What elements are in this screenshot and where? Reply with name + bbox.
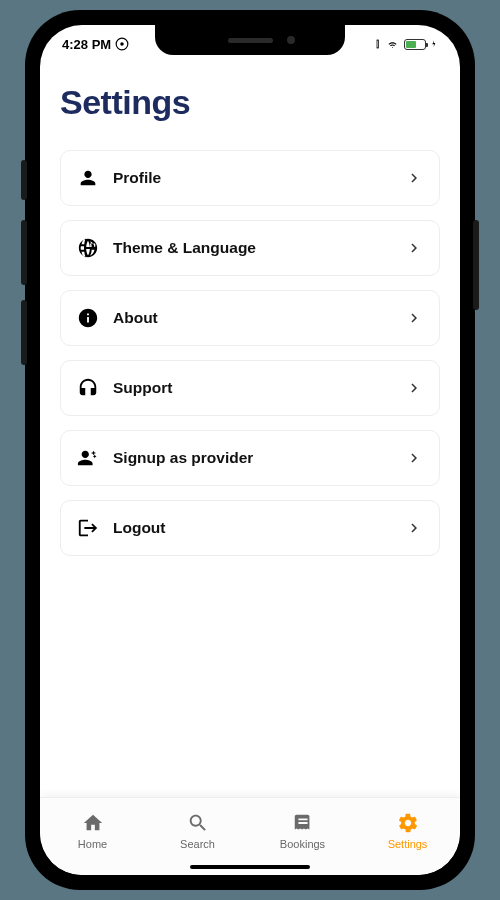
battery-icon bbox=[404, 39, 426, 50]
chevron-right-icon bbox=[405, 379, 423, 397]
settings-item-support[interactable]: Support bbox=[60, 360, 440, 416]
bottom-nav: Home Search Bookings Settings bbox=[40, 797, 460, 875]
svg-point-1 bbox=[120, 42, 124, 46]
nav-item-label: Home bbox=[78, 838, 107, 850]
device-button bbox=[21, 300, 27, 365]
status-extra-icon bbox=[115, 37, 129, 51]
settings-item-label: Signup as provider bbox=[113, 449, 391, 467]
device-frame: 4:28 PM Settings bbox=[25, 10, 475, 890]
settings-item-signup-provider[interactable]: Signup as provider bbox=[60, 430, 440, 486]
provider-icon bbox=[77, 447, 99, 469]
content: Settings Profile Theme & Language bbox=[40, 63, 460, 797]
settings-item-profile[interactable]: Profile bbox=[60, 150, 440, 206]
notch bbox=[155, 25, 345, 55]
device-button bbox=[21, 160, 27, 200]
nav-item-home[interactable]: Home bbox=[40, 798, 145, 863]
settings-item-about[interactable]: About bbox=[60, 290, 440, 346]
person-icon bbox=[77, 167, 99, 189]
page-title: Settings bbox=[60, 83, 440, 122]
settings-item-label: Profile bbox=[113, 169, 391, 187]
nav-item-search[interactable]: Search bbox=[145, 798, 250, 863]
chevron-right-icon bbox=[405, 169, 423, 187]
settings-item-label: Theme & Language bbox=[113, 239, 391, 257]
chevron-right-icon bbox=[405, 449, 423, 467]
gear-icon bbox=[397, 812, 419, 834]
search-icon bbox=[187, 812, 209, 834]
wifi-icon bbox=[385, 38, 400, 50]
settings-item-label: Support bbox=[113, 379, 391, 397]
settings-item-label: Logout bbox=[113, 519, 391, 537]
logout-icon bbox=[77, 517, 99, 539]
settings-item-theme-language[interactable]: Theme & Language bbox=[60, 220, 440, 276]
settings-item-label: About bbox=[113, 309, 391, 327]
status-time: 4:28 PM bbox=[62, 37, 111, 52]
headset-icon bbox=[77, 377, 99, 399]
nav-item-label: Settings bbox=[388, 838, 428, 850]
settings-item-logout[interactable]: Logout bbox=[60, 500, 440, 556]
status-right bbox=[367, 38, 438, 50]
nav-item-label: Bookings bbox=[280, 838, 325, 850]
chevron-right-icon bbox=[405, 239, 423, 257]
svg-rect-2 bbox=[377, 40, 379, 48]
chevron-right-icon bbox=[405, 309, 423, 327]
chevron-right-icon bbox=[405, 519, 423, 537]
screen: 4:28 PM Settings bbox=[40, 25, 460, 875]
charging-icon bbox=[430, 38, 438, 50]
signal-icon bbox=[367, 38, 381, 50]
device-button bbox=[473, 220, 479, 310]
nav-item-bookings[interactable]: Bookings bbox=[250, 798, 355, 863]
status-left: 4:28 PM bbox=[62, 37, 129, 52]
nav-item-label: Search bbox=[180, 838, 215, 850]
device-button bbox=[21, 220, 27, 285]
settings-list: Profile Theme & Language bbox=[60, 150, 440, 556]
nav-item-settings[interactable]: Settings bbox=[355, 798, 460, 863]
home-indicator[interactable] bbox=[190, 865, 310, 869]
bookings-icon bbox=[292, 812, 314, 834]
globe-icon bbox=[77, 237, 99, 259]
info-icon bbox=[77, 307, 99, 329]
home-icon bbox=[82, 812, 104, 834]
